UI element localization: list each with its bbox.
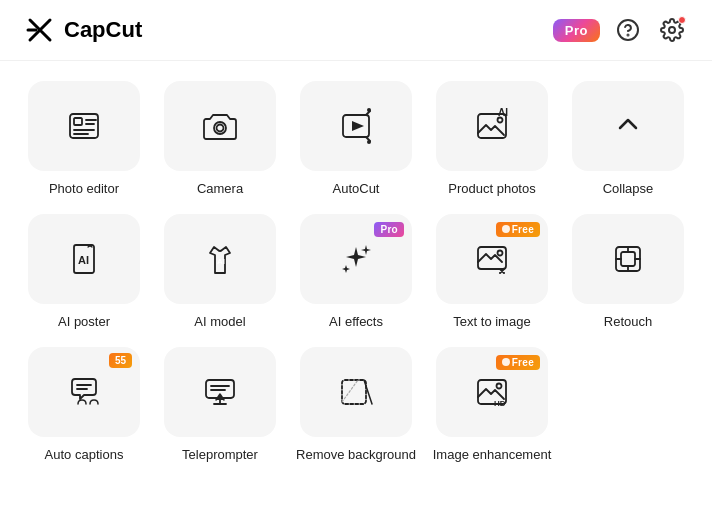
svg-point-40 <box>497 383 502 388</box>
camera-label: Camera <box>197 181 243 198</box>
svg-text:AI: AI <box>217 257 225 266</box>
grid-item-teleprompter[interactable]: Teleprompter <box>160 347 280 464</box>
svg-text:HD: HD <box>494 399 506 408</box>
teleprompter-icon <box>200 372 240 412</box>
retouch-label: Retouch <box>604 314 652 331</box>
grid-item-retouch[interactable]: Retouch <box>568 214 688 331</box>
grid-item-collapse[interactable]: Collapse <box>568 81 688 198</box>
header: CapCut Pro <box>0 0 712 61</box>
grid-item-ai-poster[interactable]: AI AI poster <box>24 214 144 331</box>
help-icon <box>616 18 640 42</box>
grid-item-product-photos-box: AI <box>436 81 548 171</box>
remove-background-label: Remove background <box>296 447 416 464</box>
svg-rect-37 <box>342 380 366 404</box>
teleprompter-label: Teleprompter <box>182 447 258 464</box>
grid-item-ai-poster-box: AI <box>28 214 140 304</box>
grid-item-ai-effects-box: Pro <box>300 214 412 304</box>
grid-item-ai-model-box: AI <box>164 214 276 304</box>
grid-item-ai-model[interactable]: AI AI model <box>160 214 280 331</box>
auto-captions-number-badge: 55 <box>109 353 132 368</box>
feature-grid: Photo editor Camera <box>24 81 688 464</box>
logo: CapCut <box>24 14 142 46</box>
free-badge-text-to-image: Free <box>496 222 540 237</box>
product-photos-icon: AI <box>472 106 512 146</box>
svg-text:AI: AI <box>78 254 89 266</box>
auto-captions-icon <box>64 372 104 412</box>
collapse-icon <box>608 106 648 146</box>
ai-poster-icon: AI <box>64 239 104 279</box>
grid-item-camera-box <box>164 81 276 171</box>
auto-captions-label: Auto captions <box>45 447 124 464</box>
grid-item-autocut[interactable]: AutoCut <box>296 81 416 198</box>
grid-item-auto-captions[interactable]: 55 Auto captions <box>24 347 144 464</box>
ai-poster-label: AI poster <box>58 314 110 331</box>
ai-model-label: AI model <box>194 314 245 331</box>
grid-item-product-photos[interactable]: AI Product photos <box>432 81 552 198</box>
autocut-icon <box>336 106 376 146</box>
grid-item-ai-effects[interactable]: Pro AI effects <box>296 214 416 331</box>
grid-item-auto-captions-box: 55 <box>28 347 140 437</box>
grid-item-teleprompter-box <box>164 347 276 437</box>
svg-rect-5 <box>74 118 82 125</box>
grid-item-remove-background[interactable]: Remove background <box>296 347 416 464</box>
ai-model-icon: AI <box>200 239 240 279</box>
text-to-image-label: Text to image <box>453 314 530 331</box>
svg-rect-25 <box>621 252 635 266</box>
grid-item-image-enhancement[interactable]: Free HD Image enhancement <box>432 347 552 464</box>
grid-item-remove-background-box <box>300 347 412 437</box>
main-grid-container: Photo editor Camera <box>0 61 712 484</box>
ai-effects-label: AI effects <box>329 314 383 331</box>
notification-dot <box>678 16 686 24</box>
svg-point-15 <box>367 140 371 144</box>
ai-effects-icon <box>336 239 376 279</box>
grid-item-photo-editor[interactable]: Photo editor <box>24 81 144 198</box>
grid-item-autocut-box <box>300 81 412 171</box>
camera-icon <box>200 106 240 146</box>
autocut-label: AutoCut <box>333 181 380 198</box>
pro-badge[interactable]: Pro <box>553 19 600 42</box>
grid-item-image-enhancement-box: Free HD <box>436 347 548 437</box>
svg-point-14 <box>367 108 371 112</box>
svg-text:AI: AI <box>498 107 508 118</box>
grid-item-photo-editor-box <box>28 81 140 171</box>
image-enhancement-label: Image enhancement <box>433 447 552 464</box>
collapse-label: Collapse <box>603 181 654 198</box>
svg-marker-13 <box>352 121 364 131</box>
photo-editor-label: Photo editor <box>49 181 119 198</box>
svg-point-3 <box>669 27 675 33</box>
retouch-icon <box>608 239 648 279</box>
pro-badge-ai-effects: Pro <box>374 222 404 237</box>
header-right: Pro <box>553 14 688 46</box>
text-to-image-icon <box>472 239 512 279</box>
svg-point-11 <box>217 125 224 132</box>
grid-item-camera[interactable]: Camera <box>160 81 280 198</box>
svg-point-2 <box>628 35 629 36</box>
image-enhancement-icon: HD <box>472 372 512 412</box>
grid-item-retouch-box <box>572 214 684 304</box>
remove-background-icon <box>336 372 376 412</box>
product-photos-label: Product photos <box>448 181 535 198</box>
svg-point-17 <box>498 118 503 123</box>
photo-editor-icon <box>64 106 104 146</box>
help-button[interactable] <box>612 14 644 46</box>
grid-item-text-to-image[interactable]: Free Text to image <box>432 214 552 331</box>
capcut-logo-icon <box>24 14 56 46</box>
free-badge-image-enhancement: Free <box>496 355 540 370</box>
svg-point-23 <box>498 250 503 255</box>
logo-text: CapCut <box>64 17 142 43</box>
grid-item-text-to-image-box: Free <box>436 214 548 304</box>
settings-button[interactable] <box>656 14 688 46</box>
grid-item-collapse-box <box>572 81 684 171</box>
